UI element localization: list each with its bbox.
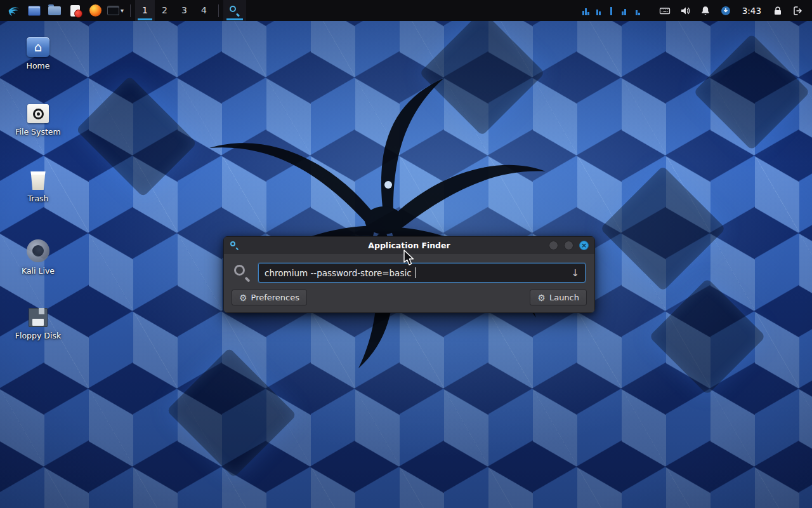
lock-icon [772,5,783,17]
text-cursor [415,267,416,278]
cpu-graph-icon [581,4,645,17]
kali-menu-icon [7,4,21,18]
panel-separator [130,4,131,17]
chevron-down-icon: ▾ [121,8,124,14]
launch-button[interactable]: ⚙ Launch [530,290,587,305]
applications-menu-button[interactable] [4,1,24,20]
disk-platter-glyph [33,109,44,119]
desktop: ▾ 1 2 3 4 [0,0,812,508]
workspace-button-4[interactable]: 4 [194,0,214,21]
top-panel: ▾ 1 2 3 4 [0,0,812,21]
search-input-value: chromium --password-store=basic [265,268,414,278]
application-finder-task-icon [229,5,240,17]
bell-icon [700,5,711,17]
maximize-button[interactable] [564,241,573,250]
clock[interactable]: 3:43 [736,6,768,16]
kali-live-disc-icon [27,239,49,262]
home-icon: ⌂ [27,37,49,57]
terminal-icon [107,6,119,15]
desktop-icon-trash[interactable]: Trash [5,171,71,203]
preferences-button-label: Preferences [251,293,299,302]
search-icon [233,264,251,282]
desktop-icon-label: File System [15,127,61,137]
panel-tray: 3:43 [581,1,808,20]
logout-icon [792,5,804,17]
desktop-icon-floppy-disk[interactable]: Floppy Disk [5,308,71,340]
taskbar-item-application-finder[interactable] [223,0,246,21]
file-manager-launcher[interactable] [24,1,44,20]
launch-icon: ⚙ [537,293,546,302]
desktop-icon-file-system[interactable]: File System [5,104,71,137]
application-finder-window: Application Finder × chromium --password… [223,236,595,313]
desktop-icon-label: Home [27,61,50,70]
floppy-disk-icon [29,308,48,327]
firefox-icon [89,4,102,17]
screen-lock-button[interactable] [768,1,788,20]
desktop-icon-home[interactable]: ⌂ Home [5,37,71,70]
panel-separator [218,4,219,17]
workspace-switcher: 1 2 3 4 [135,0,214,21]
window-buttons: × [549,241,589,250]
close-icon: × [581,242,587,249]
workspace-button-3[interactable]: 3 [174,0,194,21]
search-input[interactable]: chromium --password-store=basic ↓ [258,263,586,283]
desktop-icon-label: Trash [27,194,48,203]
launch-button-label: Launch [549,293,579,302]
volume-control[interactable] [675,1,695,20]
close-button[interactable]: × [579,241,589,250]
text-editor-icon [70,5,80,17]
text-editor-launcher[interactable] [65,1,85,20]
folder-icon [48,6,61,15]
gear-icon: ⚙ [239,293,247,302]
keyboard-layout-indicator[interactable] [655,1,675,20]
hard-disk-icon [27,104,49,123]
house-glyph: ⌂ [34,41,43,53]
mouse-cursor [403,250,416,267]
file-manager-icon [28,6,41,16]
logout-button[interactable] [788,1,808,20]
desktop-icon-label: Kali Live [22,266,55,276]
desktop-icon-label: Floppy Disk [15,331,61,340]
firefox-launcher[interactable] [85,1,105,20]
speaker-icon [679,5,691,17]
keyboard-icon [659,5,671,17]
trash-can-icon [30,171,46,190]
window-title: Application Finder [224,241,594,250]
kali-dragon-logo [165,54,584,384]
update-arrow-icon [720,5,731,17]
button-row: ⚙ Preferences ⚙ Launch [230,290,588,306]
notifications-plugin[interactable] [695,1,716,20]
preferences-button[interactable]: ⚙ Preferences [232,290,307,305]
terminal-launcher[interactable]: ▾ [105,1,126,20]
updates-indicator[interactable] [716,1,736,20]
workspace-button-1[interactable]: 1 [135,0,155,21]
folder-launcher[interactable] [44,1,65,20]
minimize-button[interactable] [549,241,558,250]
desktop-icon-kali-live[interactable]: Kali Live [5,239,71,276]
workspace-button-2[interactable]: 2 [155,0,174,21]
system-monitor-widget[interactable] [581,4,645,17]
history-dropdown-icon[interactable]: ↓ [571,267,579,279]
